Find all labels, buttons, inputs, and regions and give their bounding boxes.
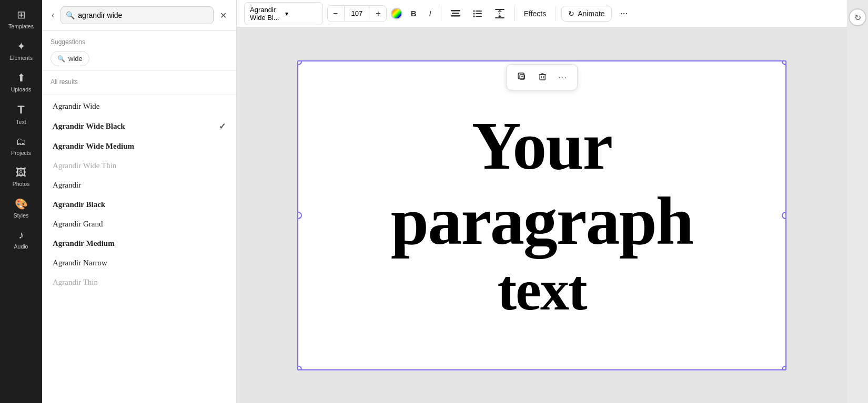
canvas-line2: paragraph	[391, 183, 693, 259]
float-toolbar: + ···	[506, 64, 578, 90]
handle-top-left[interactable]	[297, 60, 302, 65]
font-name-agrandir-wide-black: Agrandir Wide Black	[53, 122, 125, 131]
svg-rect-0	[451, 10, 460, 12]
bold-button[interactable]: B	[407, 6, 421, 21]
separator-2	[514, 6, 514, 21]
font-name-agrandir-black: Agrandir Black	[53, 200, 105, 209]
search-icon: 🔍	[66, 11, 75, 19]
duplicate-button[interactable]: +	[512, 68, 531, 87]
list-icon	[473, 9, 482, 18]
bold-icon: B	[411, 9, 417, 18]
canvas-line3: text	[391, 259, 693, 322]
svg-rect-6	[476, 13, 482, 14]
sidebar-item-uploads-label: Uploads	[11, 86, 32, 92]
uploads-icon: ⬆	[17, 71, 26, 84]
float-more-button[interactable]: ···	[554, 69, 572, 85]
sidebar-item-text-label: Text	[16, 119, 26, 125]
handle-bottom-left[interactable]	[297, 366, 302, 370]
trash-icon	[537, 71, 548, 81]
font-size-decrease-button[interactable]: −	[328, 6, 343, 22]
svg-rect-10	[495, 17, 504, 18]
sidebar-item-elements-label: Elements	[9, 55, 33, 61]
duplicate-icon: +	[516, 71, 527, 81]
font-name-agrandir-narrow: Agrandir Narrow	[53, 259, 107, 267]
sidebar-item-templates[interactable]: ⊞ Templates	[2, 4, 40, 34]
suggestions-section: Suggestions 🔍 wide	[42, 31, 236, 71]
suggestions-label: Suggestions	[51, 38, 228, 46]
text-color-picker[interactable]	[391, 8, 402, 19]
photos-icon: 🖼	[16, 167, 26, 179]
font-item-agrandir-narrow[interactable]: Agrandir Narrow	[42, 253, 236, 273]
spacing-icon	[495, 9, 504, 18]
handle-middle-right[interactable]	[782, 212, 786, 219]
svg-rect-4	[476, 11, 482, 12]
suggestion-search-icon: 🔍	[57, 55, 65, 63]
canvas-area[interactable]: Your paragraph text	[297, 60, 786, 370]
font-item-agrandir-wide-black[interactable]: Agrandir Wide Black ✓	[42, 116, 236, 137]
font-dropdown-label: Agrandir Wide Bl...	[250, 6, 282, 22]
sidebar-item-text[interactable]: T Text	[2, 99, 40, 129]
handle-top-right[interactable]	[782, 60, 786, 65]
handle-bottom-right[interactable]	[782, 366, 786, 370]
suggestion-chip-wide[interactable]: 🔍 wide	[51, 51, 89, 66]
font-search-input[interactable]	[60, 6, 214, 24]
svg-marker-12	[498, 10, 502, 12]
font-item-agrandir-thin[interactable]: Agrandir Thin	[42, 273, 236, 292]
animate-label: Animate	[578, 9, 604, 18]
sidebar-item-audio[interactable]: ♪ Audio	[2, 225, 40, 254]
animate-button[interactable]: ↻ Animate	[561, 6, 611, 22]
sidebar-item-elements[interactable]: ✦ Elements	[2, 36, 40, 65]
font-size-increase-button[interactable]: +	[370, 6, 386, 22]
font-item-agrandir[interactable]: Agrandir	[42, 175, 236, 195]
sidebar-item-projects[interactable]: 🗂 Projects	[2, 131, 40, 160]
align-icon	[451, 9, 460, 18]
search-wrapper: 🔍	[60, 6, 214, 24]
italic-icon: I	[429, 9, 431, 18]
font-item-agrandir-grand[interactable]: Agrandir Grand	[42, 214, 236, 234]
font-list: Agrandir Wide Agrandir Wide Black ✓ Agra…	[42, 95, 236, 403]
delete-button[interactable]	[533, 68, 552, 87]
handle-middle-left[interactable]	[297, 212, 302, 219]
font-name-agrandir-wide-medium: Agrandir Wide Medium	[53, 142, 134, 151]
right-sidebar: ↻	[847, 0, 868, 403]
sidebar-item-photos[interactable]: 🖼 Photos	[2, 162, 40, 191]
sidebar-item-photos-label: Photos	[13, 181, 30, 187]
canvas-text[interactable]: Your paragraph text	[391, 108, 693, 322]
svg-text:+: +	[521, 75, 523, 78]
sidebar-item-templates-label: Templates	[8, 23, 34, 29]
canvas-line1: Your	[391, 108, 693, 183]
check-icon: ✓	[219, 121, 226, 131]
clear-search-button[interactable]: ✕	[218, 8, 229, 23]
refresh-icon: ↻	[854, 13, 861, 23]
font-item-agrandir-wide-thin[interactable]: Agrandir Wide Thin	[42, 156, 236, 175]
font-item-agrandir-medium[interactable]: Agrandir Medium	[42, 234, 236, 253]
effects-button[interactable]: Effects	[520, 6, 551, 21]
italic-button[interactable]: I	[425, 6, 436, 21]
font-item-agrandir-wide[interactable]: Agrandir Wide	[42, 97, 236, 116]
separator-3	[556, 6, 556, 21]
svg-rect-1	[452, 13, 459, 14]
sidebar-item-styles-label: Styles	[14, 212, 29, 219]
font-size-input[interactable]	[344, 6, 369, 20]
list-button[interactable]	[469, 6, 487, 22]
audio-icon: ♪	[18, 229, 24, 241]
sidebar-item-uploads[interactable]: ⬆ Uploads	[2, 67, 40, 97]
effects-label: Effects	[524, 9, 547, 18]
search-bar: ‹ 🔍 ✕	[42, 0, 236, 31]
svg-rect-8	[476, 16, 482, 17]
canvas-container: + ···	[237, 27, 847, 403]
svg-rect-17	[540, 75, 545, 80]
font-item-agrandir-wide-medium[interactable]: Agrandir Wide Medium	[42, 137, 236, 156]
projects-icon: 🗂	[16, 136, 26, 148]
main-area: Agrandir Wide Bl... ▾ − + B I	[237, 0, 847, 403]
refresh-button[interactable]: ↻	[849, 8, 866, 26]
spacing-button[interactable]	[491, 6, 509, 22]
sidebar-item-styles[interactable]: 🎨 Styles	[2, 193, 40, 223]
styles-icon: 🎨	[15, 198, 28, 210]
back-button[interactable]: ‹	[49, 8, 56, 22]
font-item-agrandir-black[interactable]: Agrandir Black	[42, 195, 236, 214]
align-button[interactable]	[447, 6, 465, 22]
more-button[interactable]: ···	[616, 5, 632, 22]
font-dropdown[interactable]: Agrandir Wide Bl... ▾	[244, 2, 323, 25]
font-name-agrandir-wide: Agrandir Wide	[53, 102, 100, 111]
